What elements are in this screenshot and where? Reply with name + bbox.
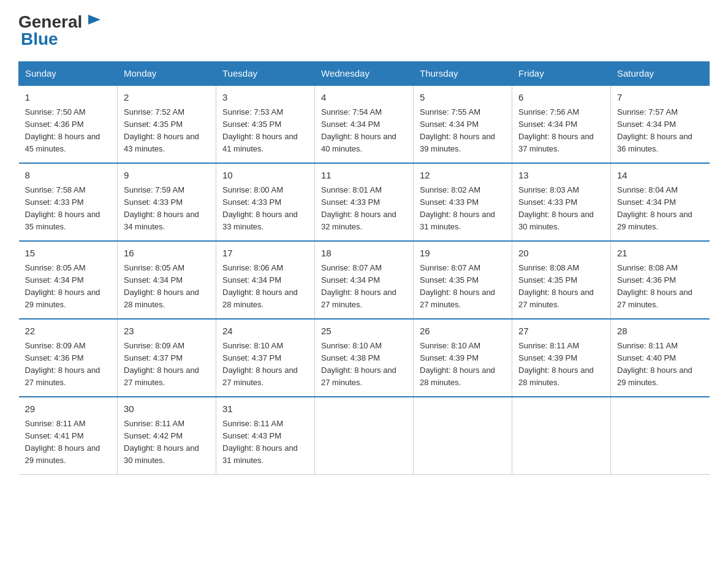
calendar-day-cell: 7Sunrise: 7:57 AMSunset: 4:34 PMDaylight… <box>611 85 710 163</box>
day-number: 7 <box>617 91 703 105</box>
calendar-day-cell: 14Sunrise: 8:04 AMSunset: 4:34 PMDayligh… <box>611 163 710 241</box>
calendar-day-cell: 15Sunrise: 8:05 AMSunset: 4:34 PMDayligh… <box>19 241 118 319</box>
day-number: 13 <box>518 169 604 183</box>
day-number: 16 <box>124 247 210 261</box>
day-info: Sunrise: 7:56 AMSunset: 4:34 PMDaylight:… <box>518 106 604 156</box>
day-info: Sunrise: 7:54 AMSunset: 4:34 PMDaylight:… <box>321 106 407 156</box>
day-info: Sunrise: 7:53 AMSunset: 4:35 PMDaylight:… <box>222 106 308 156</box>
calendar-day-cell: 11Sunrise: 8:01 AMSunset: 4:33 PMDayligh… <box>315 163 414 241</box>
day-number: 19 <box>420 247 506 261</box>
calendar-day-cell: 27Sunrise: 8:11 AMSunset: 4:39 PMDayligh… <box>512 319 611 397</box>
day-info: Sunrise: 7:52 AMSunset: 4:35 PMDaylight:… <box>124 106 210 156</box>
calendar-day-cell: 21Sunrise: 8:08 AMSunset: 4:36 PMDayligh… <box>611 241 710 319</box>
calendar-header-row: SundayMondayTuesdayWednesdayThursdayFrid… <box>19 62 710 86</box>
day-info: Sunrise: 8:01 AMSunset: 4:33 PMDaylight:… <box>321 184 407 234</box>
day-info: Sunrise: 8:07 AMSunset: 4:34 PMDaylight:… <box>321 262 407 312</box>
day-info: Sunrise: 8:11 AMSunset: 4:42 PMDaylight:… <box>124 418 210 467</box>
day-info: Sunrise: 8:03 AMSunset: 4:33 PMDaylight:… <box>518 184 604 234</box>
day-number: 20 <box>518 247 604 261</box>
logo: General Blue <box>18 12 102 49</box>
day-number: 22 <box>25 324 112 339</box>
calendar-day-cell: 10Sunrise: 8:00 AMSunset: 4:33 PMDayligh… <box>216 163 315 241</box>
day-number: 27 <box>518 324 604 339</box>
day-number: 6 <box>518 91 604 105</box>
day-info: Sunrise: 8:11 AMSunset: 4:40 PMDaylight:… <box>617 340 703 389</box>
day-info: Sunrise: 7:50 AMSunset: 4:36 PMDaylight:… <box>25 106 112 156</box>
calendar-day-cell: 2Sunrise: 7:52 AMSunset: 4:35 PMDaylight… <box>118 85 216 163</box>
calendar-day-cell: 9Sunrise: 7:59 AMSunset: 4:33 PMDaylight… <box>118 163 216 241</box>
calendar-day-cell: 18Sunrise: 8:07 AMSunset: 4:34 PMDayligh… <box>315 241 414 319</box>
logo-flag-icon <box>83 12 102 31</box>
col-header-tuesday: Tuesday <box>216 62 315 86</box>
day-info: Sunrise: 8:10 AMSunset: 4:38 PMDaylight:… <box>321 340 407 389</box>
day-number: 25 <box>321 324 407 339</box>
day-info: Sunrise: 7:57 AMSunset: 4:34 PMDaylight:… <box>617 106 703 156</box>
calendar-day-cell: 20Sunrise: 8:08 AMSunset: 4:35 PMDayligh… <box>512 241 611 319</box>
day-number: 15 <box>25 247 112 261</box>
col-header-wednesday: Wednesday <box>315 62 414 86</box>
calendar-day-cell: 16Sunrise: 8:05 AMSunset: 4:34 PMDayligh… <box>118 241 216 319</box>
day-info: Sunrise: 8:08 AMSunset: 4:35 PMDaylight:… <box>518 262 604 312</box>
calendar-day-cell: 5Sunrise: 7:55 AMSunset: 4:34 PMDaylight… <box>414 85 512 163</box>
calendar-day-cell <box>315 397 414 475</box>
calendar-day-cell: 29Sunrise: 8:11 AMSunset: 4:41 PMDayligh… <box>19 397 118 475</box>
day-number: 24 <box>222 324 308 339</box>
calendar-day-cell: 30Sunrise: 8:11 AMSunset: 4:42 PMDayligh… <box>118 397 216 475</box>
day-number: 11 <box>321 169 407 183</box>
calendar-day-cell: 24Sunrise: 8:10 AMSunset: 4:37 PMDayligh… <box>216 319 315 397</box>
calendar-day-cell: 28Sunrise: 8:11 AMSunset: 4:40 PMDayligh… <box>611 319 710 397</box>
day-info: Sunrise: 7:59 AMSunset: 4:33 PMDaylight:… <box>124 184 210 234</box>
calendar-day-cell: 23Sunrise: 8:09 AMSunset: 4:37 PMDayligh… <box>118 319 216 397</box>
calendar-day-cell <box>512 397 611 475</box>
day-number: 5 <box>420 91 506 105</box>
day-info: Sunrise: 7:55 AMSunset: 4:34 PMDaylight:… <box>420 106 506 156</box>
day-info: Sunrise: 8:08 AMSunset: 4:36 PMDaylight:… <box>617 262 703 312</box>
calendar-day-cell: 13Sunrise: 8:03 AMSunset: 4:33 PMDayligh… <box>512 163 611 241</box>
day-number: 2 <box>124 91 210 105</box>
calendar-day-cell <box>611 397 710 475</box>
svg-marker-0 <box>88 15 100 25</box>
day-info: Sunrise: 8:05 AMSunset: 4:34 PMDaylight:… <box>25 262 112 312</box>
day-number: 10 <box>222 169 308 183</box>
day-number: 14 <box>617 169 703 183</box>
day-info: Sunrise: 7:58 AMSunset: 4:33 PMDaylight:… <box>25 184 112 234</box>
col-header-saturday: Saturday <box>611 62 710 86</box>
calendar-day-cell: 1Sunrise: 7:50 AMSunset: 4:36 PMDaylight… <box>19 85 118 163</box>
col-header-sunday: Sunday <box>19 62 118 86</box>
col-header-monday: Monday <box>118 62 216 86</box>
calendar-day-cell: 6Sunrise: 7:56 AMSunset: 4:34 PMDaylight… <box>512 85 611 163</box>
day-number: 4 <box>321 91 407 105</box>
day-number: 1 <box>25 91 112 105</box>
calendar-day-cell: 31Sunrise: 8:11 AMSunset: 4:43 PMDayligh… <box>216 397 315 475</box>
calendar-day-cell: 26Sunrise: 8:10 AMSunset: 4:39 PMDayligh… <box>414 319 512 397</box>
day-info: Sunrise: 8:11 AMSunset: 4:41 PMDaylight:… <box>25 418 112 467</box>
day-info: Sunrise: 8:10 AMSunset: 4:37 PMDaylight:… <box>222 340 308 389</box>
calendar-day-cell: 22Sunrise: 8:09 AMSunset: 4:36 PMDayligh… <box>19 319 118 397</box>
day-number: 9 <box>124 169 210 183</box>
calendar-week-row: 1Sunrise: 7:50 AMSunset: 4:36 PMDaylight… <box>19 85 710 163</box>
calendar-day-cell: 25Sunrise: 8:10 AMSunset: 4:38 PMDayligh… <box>315 319 414 397</box>
day-number: 26 <box>420 324 506 339</box>
calendar-day-cell: 19Sunrise: 8:07 AMSunset: 4:35 PMDayligh… <box>414 241 512 319</box>
calendar-week-row: 29Sunrise: 8:11 AMSunset: 4:41 PMDayligh… <box>19 397 710 475</box>
day-number: 8 <box>25 169 112 183</box>
day-info: Sunrise: 8:11 AMSunset: 4:39 PMDaylight:… <box>518 340 604 389</box>
day-info: Sunrise: 8:04 AMSunset: 4:34 PMDaylight:… <box>617 184 703 234</box>
day-info: Sunrise: 8:09 AMSunset: 4:36 PMDaylight:… <box>25 340 112 389</box>
day-number: 30 <box>124 402 210 416</box>
day-info: Sunrise: 8:09 AMSunset: 4:37 PMDaylight:… <box>124 340 210 389</box>
calendar-day-cell: 12Sunrise: 8:02 AMSunset: 4:33 PMDayligh… <box>414 163 512 241</box>
day-number: 17 <box>222 247 308 261</box>
col-header-friday: Friday <box>512 62 611 86</box>
page-header: General Blue <box>18 12 710 49</box>
day-info: Sunrise: 8:10 AMSunset: 4:39 PMDaylight:… <box>420 340 506 389</box>
col-header-thursday: Thursday <box>414 62 512 86</box>
day-info: Sunrise: 8:02 AMSunset: 4:33 PMDaylight:… <box>420 184 506 234</box>
day-info: Sunrise: 8:11 AMSunset: 4:43 PMDaylight:… <box>222 418 308 467</box>
calendar-table: SundayMondayTuesdayWednesdayThursdayFrid… <box>18 61 710 475</box>
day-info: Sunrise: 8:07 AMSunset: 4:35 PMDaylight:… <box>420 262 506 312</box>
calendar-day-cell: 8Sunrise: 7:58 AMSunset: 4:33 PMDaylight… <box>19 163 118 241</box>
day-number: 31 <box>222 402 308 416</box>
calendar-day-cell: 3Sunrise: 7:53 AMSunset: 4:35 PMDaylight… <box>216 85 315 163</box>
day-number: 21 <box>617 247 703 261</box>
